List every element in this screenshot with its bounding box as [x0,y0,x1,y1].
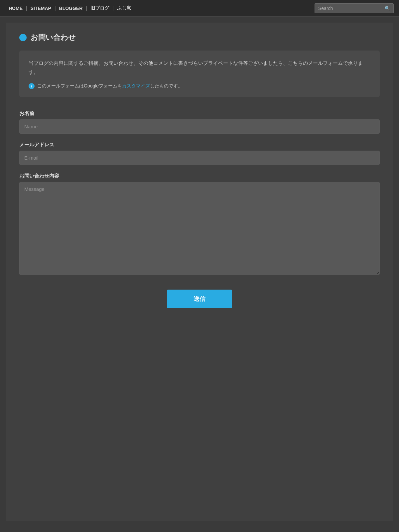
customize-link[interactable]: カスタマイズ [122,83,150,89]
nav-old-blog[interactable]: 旧ブログ [87,5,112,11]
info-icon: i [29,83,35,89]
main-content: お問い合わせ 当ブログの内容に関するご指摘、お問い合わせ、その他コメントに書きづ… [6,23,393,521]
info-text: 当ブログの内容に関するご指摘、お問い合わせ、その他コメントに書きづらいプライベー… [29,59,370,76]
email-field-group: メールアドレス [19,142,380,165]
nav-links: HOME | SITEMAP | BLOGGER | 旧ブログ | ふじ庵 [5,5,134,11]
nav-fujian[interactable]: ふじ庵 [114,5,134,11]
page-title: お問い合わせ [31,33,76,43]
info-box: 当ブログの内容に関するご指摘、お問い合わせ、その他コメントに書きづらいプライベー… [19,51,380,97]
email-label: メールアドレス [19,142,380,148]
info-note-prefix: このメールフォームはGoogleフォームを [37,83,122,89]
search-input[interactable] [315,3,381,13]
title-dot-icon [19,34,27,41]
submit-row: 送信 [19,290,380,308]
nav-blogger[interactable]: BLOGGER [56,6,86,11]
navbar: HOME | SITEMAP | BLOGGER | 旧ブログ | ふじ庵 🔍 [0,0,399,17]
message-field-group: お問い合わせ内容 [19,173,380,276]
info-note: i このメールフォームはGoogleフォームを カスタマイズ したものです。 [29,83,370,89]
nav-sitemap[interactable]: SITEMAP [27,6,55,11]
name-input[interactable] [19,119,380,134]
page-title-row: お問い合わせ [19,33,380,43]
nav-home[interactable]: HOME [5,6,26,11]
search-button[interactable]: 🔍 [381,3,394,13]
search-icon: 🔍 [384,6,390,11]
search-container: 🔍 [315,3,394,13]
message-label: お問い合わせ内容 [19,173,380,179]
message-textarea[interactable] [19,182,380,275]
name-field-group: お名前 [19,110,380,134]
contact-form: お名前 メールアドレス お問い合わせ内容 送信 [19,110,380,308]
info-note-suffix: したものです。 [150,83,183,89]
submit-button[interactable]: 送信 [167,290,232,308]
name-label: お名前 [19,110,380,117]
email-input[interactable] [19,151,380,165]
